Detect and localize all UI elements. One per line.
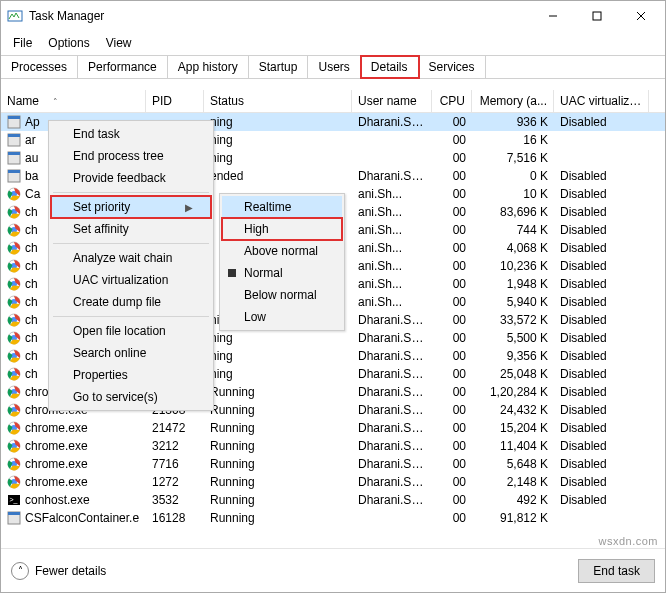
process-name: ch (25, 367, 38, 381)
process-name: CSFalconContainer.e (25, 511, 139, 525)
tab-performance[interactable]: Performance (78, 56, 168, 78)
process-memory: 10,236 K (472, 259, 554, 273)
process-user: Dharani.Sh... (352, 313, 432, 327)
svg-rect-6 (8, 116, 20, 119)
process-memory: 5,648 K (472, 457, 554, 471)
col-status[interactable]: Status (204, 90, 352, 112)
chrome-icon (7, 313, 21, 327)
table-row[interactable]: chrome.exe3212RunningDharani.Sh...0011,4… (1, 437, 665, 455)
tab-processes[interactable]: Processes (1, 56, 78, 78)
col-user[interactable]: User name (352, 90, 432, 112)
ctx-go-to-services[interactable]: Go to service(s) (51, 386, 211, 408)
ctx-end-task[interactable]: End task (51, 123, 211, 145)
fewer-details-button[interactable]: ˄ Fewer details (11, 562, 106, 580)
ctx-set-affinity[interactable]: Set affinity (51, 218, 211, 240)
process-name: au (25, 151, 38, 165)
col-uac[interactable]: UAC virtualizat... (554, 90, 649, 112)
table-row[interactable]: chrome.exe1272RunningDharani.Sh...002,14… (1, 473, 665, 491)
context-menu[interactable]: End task End process tree Provide feedba… (48, 120, 214, 411)
process-uac: Disabled (554, 349, 649, 363)
table-row[interactable]: chrome.exe21472RunningDharani.Sh...0015,… (1, 419, 665, 437)
process-user: Dharani.Sh... (352, 421, 432, 435)
col-name[interactable]: Name˄ (1, 90, 146, 112)
end-task-button[interactable]: End task (578, 559, 655, 583)
process-user: ani.Sh... (352, 223, 432, 237)
tab-services[interactable]: Services (419, 56, 486, 78)
priority-normal[interactable]: Normal (222, 262, 342, 284)
process-pid: 16128 (146, 511, 204, 525)
process-name: conhost.exe (25, 493, 90, 507)
process-name: ch (25, 331, 38, 345)
process-cpu: 00 (432, 169, 472, 183)
ctx-open-file-location[interactable]: Open file location (51, 320, 211, 342)
process-memory: 744 K (472, 223, 554, 237)
col-cpu[interactable]: CPU (432, 90, 472, 112)
table-row[interactable]: >_conhost.exe3532RunningDharani.Sh...004… (1, 491, 665, 509)
process-name: ch (25, 313, 38, 327)
process-pid: 1272 (146, 475, 204, 489)
ctx-create-dump-file[interactable]: Create dump file (51, 291, 211, 313)
window-title: Task Manager (29, 9, 531, 23)
process-name: chrome.exe (25, 439, 88, 453)
process-uac: Disabled (554, 313, 649, 327)
process-name: ba (25, 169, 38, 183)
process-memory: 15,204 K (472, 421, 554, 435)
process-uac: Disabled (554, 367, 649, 381)
process-cpu: 00 (432, 259, 472, 273)
priority-high[interactable]: High (222, 218, 342, 240)
ctx-search-online[interactable]: Search online (51, 342, 211, 364)
process-cpu: 00 (432, 205, 472, 219)
menu-options[interactable]: Options (40, 33, 97, 53)
menu-file[interactable]: File (5, 33, 40, 53)
priority-realtime[interactable]: Realtime (222, 196, 342, 218)
minimize-button[interactable] (531, 2, 575, 30)
ctx-set-priority[interactable]: Set priority ▶ (51, 196, 211, 218)
process-memory: 2,148 K (472, 475, 554, 489)
chrome-icon (7, 385, 21, 399)
priority-submenu[interactable]: Realtime High Above normal Normal Below … (219, 193, 345, 331)
priority-low[interactable]: Low (222, 306, 342, 328)
process-user: ani.Sh... (352, 205, 432, 219)
console-icon: >_ (7, 493, 21, 507)
process-user: Dharani.Sh... (352, 493, 432, 507)
chrome-icon (7, 421, 21, 435)
radio-selected-icon (228, 269, 236, 277)
chrome-icon (7, 349, 21, 363)
process-cpu: 00 (432, 493, 472, 507)
chrome-icon (7, 295, 21, 309)
process-name: ch (25, 277, 38, 291)
tab-details[interactable]: Details (361, 56, 419, 78)
menu-view[interactable]: View (98, 33, 140, 53)
tab-users[interactable]: Users (308, 56, 360, 78)
tab-startup[interactable]: Startup (249, 56, 309, 78)
process-uac: Disabled (554, 259, 649, 273)
ctx-properties[interactable]: Properties (51, 364, 211, 386)
table-row[interactable]: CSFalconContainer.e16128Running0091,812 … (1, 509, 665, 527)
tab-app-history[interactable]: App history (168, 56, 249, 78)
table-row[interactable]: chrome.exe7716RunningDharani.Sh...005,64… (1, 455, 665, 473)
col-memory[interactable]: Memory (a... (472, 90, 554, 112)
ctx-provide-feedback[interactable]: Provide feedback (51, 167, 211, 189)
process-cpu: 00 (432, 187, 472, 201)
col-pid[interactable]: PID (146, 90, 204, 112)
process-cpu: 00 (432, 511, 472, 525)
chrome-icon (7, 439, 21, 453)
priority-below-normal[interactable]: Below normal (222, 284, 342, 306)
priority-above-normal[interactable]: Above normal (222, 240, 342, 262)
chevron-right-icon: ▶ (185, 202, 193, 213)
close-button[interactable] (619, 2, 663, 30)
process-cpu: 00 (432, 385, 472, 399)
process-name: ch (25, 349, 38, 363)
process-uac: Disabled (554, 241, 649, 255)
ctx-uac-virtualization[interactable]: UAC virtualization (51, 269, 211, 291)
process-name: ch (25, 223, 38, 237)
process-uac: Disabled (554, 115, 649, 129)
process-pid: 3532 (146, 493, 204, 507)
maximize-button[interactable] (575, 2, 619, 30)
process-user: Dharani.Sh... (352, 439, 432, 453)
app-icon (7, 115, 21, 129)
process-memory: 25,048 K (472, 367, 554, 381)
ctx-end-process-tree[interactable]: End process tree (51, 145, 211, 167)
ctx-analyze-wait-chain[interactable]: Analyze wait chain (51, 247, 211, 269)
process-status: Running (204, 475, 352, 489)
